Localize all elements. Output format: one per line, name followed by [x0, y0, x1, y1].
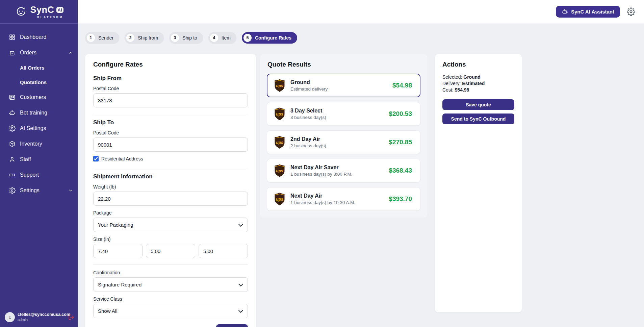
sidebar-item-inventory[interactable]: Inventory [9, 141, 73, 147]
brand-name: SynC [30, 5, 54, 15]
gear-icon [9, 187, 16, 194]
configure-rates-panel: Configure Rates Ship From Postal Code Sh… [85, 54, 256, 327]
confirmation-label: Confirmation [93, 270, 248, 275]
svg-text:ups: ups [276, 169, 283, 173]
panel-title-configure-rates: Configure Rates [93, 61, 248, 68]
quote-card-next-day-air[interactable]: ups Next Day Air 1 business day(s) by 10… [267, 187, 420, 211]
sidebar-item-ai-settings[interactable]: AI Settings [9, 125, 73, 132]
person-icon [9, 156, 16, 163]
section-ship-to: Ship To [93, 119, 248, 126]
quote-card-ground[interactable]: ups Ground Estimated delivery $54.98 [267, 74, 420, 97]
customers-icon [9, 94, 16, 101]
section-ship-from: Ship From [93, 75, 248, 82]
selected-service-line: Selected: Ground [442, 74, 514, 80]
quote-price: $270.85 [389, 139, 412, 146]
sync-ai-assistant-button[interactable]: SynC AI Assistant [556, 6, 620, 18]
brand-logo: SynC AI PLATFORM [0, 0, 78, 24]
cube-icon [9, 141, 16, 147]
delivery-line: Delivery: Estimated [442, 80, 514, 87]
quote-price: $368.43 [389, 167, 412, 174]
ship-from-postal-input[interactable] [93, 93, 248, 107]
svg-text:ups: ups [276, 140, 283, 145]
avatar: c [5, 312, 15, 322]
svg-text:ups: ups [276, 83, 283, 88]
ship-to-postal-label: Postal Code [93, 130, 248, 135]
quote-card-2nd-day-air[interactable]: ups 2nd Day Air 2 business day(s) $270.8… [267, 130, 420, 154]
quote-card-next-day-air-saver[interactable]: ups Next Day Air Saver 1 business day(s)… [267, 159, 420, 182]
quote-results-section: Quote Results ups Ground Estimated deliv… [260, 54, 427, 218]
stepper: 1 Sender 2 Ship from 3 Ship to 4 Item 5 [85, 32, 644, 44]
sidebar-item-orders[interactable]: Orders [9, 49, 73, 56]
user-role: admin [18, 318, 65, 322]
service-class-select[interactable]: Show All [93, 304, 248, 318]
ups-logo-icon: ups [274, 136, 285, 149]
orders-bag-icon [9, 49, 16, 56]
main-area: SynC AI Assistant 1 Sender 2 Ship from 3 [78, 0, 644, 327]
sidebar-item-settings[interactable]: Settings [9, 187, 73, 194]
gear-icon [9, 125, 16, 132]
quote-price: $393.70 [389, 195, 412, 203]
size-width-input[interactable] [146, 244, 195, 258]
size-length-input[interactable] [93, 244, 143, 258]
app-root: SynC AI PLATFORM Dashboard Orders [0, 0, 644, 327]
ship-to-postal-input[interactable] [93, 137, 248, 152]
sidebar-item-quotations[interactable]: Quotations [9, 79, 73, 85]
ticket-icon [9, 172, 16, 178]
quote-price: $54.98 [392, 82, 412, 89]
confirmation-select[interactable]: Signature Required [93, 277, 248, 292]
sidebar: SynC AI PLATFORM Dashboard Orders [0, 0, 78, 327]
sidebar-item-bot-training[interactable]: Bot training [9, 109, 73, 116]
ups-logo-icon: ups [274, 79, 285, 92]
sidebar-item-staff[interactable]: Staff [9, 156, 73, 163]
chevron-down-icon [68, 188, 73, 193]
panel-title-quote-results: Quote Results [267, 61, 420, 68]
step-ship-from[interactable]: 2 Ship from [125, 32, 164, 44]
bot-icon [9, 109, 16, 116]
residential-address-label: Residential Address [101, 156, 143, 161]
quote-price: $200.53 [389, 110, 412, 118]
robot-logo-icon [14, 5, 27, 18]
weight-input[interactable] [93, 192, 248, 206]
section-shipment-information: Shipment Information [93, 173, 248, 180]
package-select-wrap: Your Packaging [93, 218, 248, 232]
package-label: Package [93, 210, 248, 216]
logout-icon[interactable] [68, 314, 74, 320]
user-account[interactable]: c ctelles@synccomusa.com admin [0, 308, 78, 327]
send-to-sync-outbound-button[interactable]: Send to SynC Outbound [442, 114, 514, 124]
ship-from-postal-label: Postal Code [93, 86, 248, 91]
chevron-up-icon [68, 50, 73, 55]
simulate-button[interactable]: Simulate [216, 324, 248, 327]
actions-panel: Actions Selected: Ground Delivery: Estim… [435, 54, 522, 312]
step-item[interactable]: 4 Item [208, 32, 236, 44]
residential-address-checkbox[interactable] [93, 156, 99, 161]
user-email: ctelles@synccomusa.com [18, 312, 65, 318]
service-class-select-wrap: Show All [93, 304, 248, 318]
step-ship-to[interactable]: 3 Ship to [169, 32, 203, 44]
ups-logo-icon: ups [274, 164, 285, 177]
svg-text:ups: ups [276, 112, 283, 117]
sidebar-item-all-orders[interactable]: All Orders [9, 65, 73, 71]
divider [93, 168, 248, 168]
sidebar-item-dashboard[interactable]: Dashboard [9, 34, 73, 41]
package-select[interactable]: Your Packaging [93, 218, 248, 232]
ups-logo-icon: ups [274, 107, 285, 121]
save-quote-button[interactable]: Save quote [442, 99, 514, 110]
sidebar-item-support[interactable]: Support [9, 172, 73, 178]
dashboard-icon [9, 34, 16, 41]
size-label: Size (in) [93, 236, 248, 242]
divider [93, 265, 248, 265]
settings-gear-icon[interactable] [627, 7, 635, 16]
page-content: 1 Sender 2 Ship from 3 Ship to 4 Item 5 [78, 24, 644, 327]
sidebar-nav: Dashboard Orders All Orders Quotations [0, 24, 78, 203]
size-height-input[interactable] [199, 244, 248, 258]
quote-card-3-day-select[interactable]: ups 3 Day Select 3 business day(s) $200.… [267, 102, 420, 126]
step-configure-rates[interactable]: 5 Configure Rates [242, 32, 297, 44]
panels-row: Configure Rates Ship From Postal Code Sh… [85, 54, 644, 327]
step-sender[interactable]: 1 Sender [85, 32, 119, 44]
divider [93, 114, 248, 114]
ups-logo-icon: ups [274, 193, 285, 206]
service-class-label: Service Class [93, 296, 248, 302]
confirmation-select-wrap: Signature Required [93, 277, 248, 292]
cost-line: Cost: $54.98 [442, 87, 514, 93]
sidebar-item-customers[interactable]: Customers [9, 94, 73, 101]
